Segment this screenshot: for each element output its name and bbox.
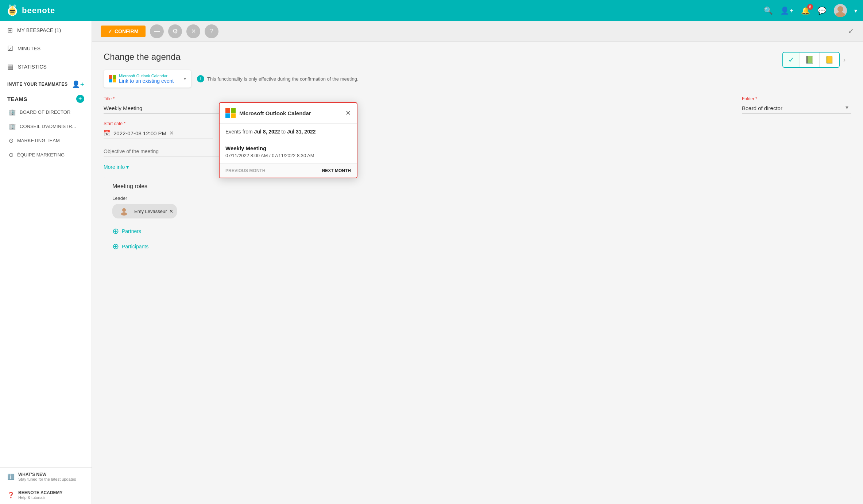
meeting-roles-section: Meeting roles Leader Emy Levasseur ✕ ⊕ P… xyxy=(104,177,851,260)
title-label: Title * xyxy=(104,96,249,101)
help-button[interactable]: ? xyxy=(205,24,218,38)
topnav: beenote 🔍 👤+ 🔔 8 💬 ▾ xyxy=(0,0,863,21)
message-icon[interactable]: 💬 xyxy=(817,6,827,15)
modal-event-item[interactable]: Weekly Meeting 07/11/2022 8:00 AM / 07/1… xyxy=(220,140,357,164)
sidebar-item-minutes[interactable]: ☑ MINUTES xyxy=(0,39,92,58)
search-icon[interactable]: 🔍 xyxy=(764,6,773,15)
ms-link-text: Link to an existing event xyxy=(119,78,174,84)
logo-text: beenote xyxy=(22,6,55,15)
bee-logo-icon xyxy=(6,4,19,17)
topnav-right: 🔍 👤+ 🔔 8 💬 ▾ xyxy=(764,4,857,17)
top-right-icons: ✓ 📗 📒 › xyxy=(782,52,845,68)
team-icon: 🏢 xyxy=(9,123,16,130)
leader-name: Emy Levasseur xyxy=(134,209,167,214)
form-row-2: Start date * 📅 2022-07-08 12:00 PM ✕ xyxy=(104,121,851,139)
ms-logo-icon xyxy=(109,75,116,82)
leader-remove-icon[interactable]: ✕ xyxy=(169,209,173,214)
beespace-icon: ⊞ xyxy=(7,26,13,34)
team-icon: ⊙ xyxy=(9,151,13,158)
modal-event-time: 07/11/2022 8:00 AM / 07/11/2022 8:30 AM xyxy=(225,153,351,158)
toolbar-check-icon[interactable]: ✓ xyxy=(848,27,854,36)
settings-button[interactable]: ⚙ xyxy=(168,24,182,38)
date-clear-icon[interactable]: ✕ xyxy=(169,130,174,136)
invite-add-icon[interactable]: 👤+ xyxy=(72,80,84,88)
ms-link-dropdown[interactable]: Microsoft Outlook Calendar Link to an ex… xyxy=(104,70,191,88)
info-circle-icon: i xyxy=(197,75,204,82)
meeting-roles-title: Meeting roles xyxy=(112,183,843,190)
confirm-button[interactable]: ✓ CONFIRM xyxy=(101,26,146,37)
ms-link-area: Microsoft Outlook Calendar Link to an ex… xyxy=(104,70,851,88)
form-row-3 xyxy=(104,146,851,157)
sidebar-team-board-of-director[interactable]: 🏢 BOARD OF DIRECTOR xyxy=(0,105,92,119)
check-agenda-icon[interactable]: ✓ xyxy=(783,53,800,67)
ms-modal-logo-icon xyxy=(225,108,236,118)
logo[interactable]: beenote xyxy=(6,4,55,17)
main-content: Change the agenda ✓ 📗 📒 › Microsoft Outl… xyxy=(92,42,863,270)
info-note-text: This functionality is only effective dur… xyxy=(207,76,359,82)
notification-icon[interactable]: 🔔 8 xyxy=(801,6,810,15)
expand-icon[interactable]: › xyxy=(843,56,845,64)
user-chevron[interactable]: ▾ xyxy=(854,7,857,14)
notification-badge: 8 xyxy=(807,4,813,10)
svg-point-7 xyxy=(837,6,843,12)
svg-point-8 xyxy=(835,12,845,17)
ms-dropdown-arrow: ▾ xyxy=(184,76,186,81)
modal-title: Microsoft Outlook Calendar xyxy=(239,110,311,116)
start-date-group: Start date * 📅 2022-07-08 12:00 PM ✕ xyxy=(104,121,213,139)
sidebar-team-marketing[interactable]: ⊙ MARKETING TEAM xyxy=(0,133,92,148)
ms-source-label: Microsoft Outlook Calendar xyxy=(119,74,174,78)
svg-rect-3 xyxy=(10,12,15,13)
modal-next-button[interactable]: NEXT MONTH xyxy=(322,168,351,173)
folder-arrow-icon: ▾ xyxy=(845,104,848,111)
sidebar-item-label: STATISTICS xyxy=(18,64,47,70)
yellow-book-icon[interactable]: 📒 xyxy=(820,53,839,67)
close-button[interactable]: ✕ xyxy=(186,24,200,38)
partners-add-icon: ⊕ xyxy=(112,226,119,236)
folder-field-group: Folder * Board of director ▾ xyxy=(742,96,851,114)
add-participants-button[interactable]: ⊕ Participants xyxy=(112,239,148,254)
modal-header: Microsoft Outlook Calendar ✕ xyxy=(220,103,357,124)
more-info-row: More info ▾ xyxy=(104,164,851,170)
modal-prev-button[interactable]: PREVIOUS MONTH xyxy=(225,168,265,173)
confirm-check-icon: ✓ xyxy=(108,28,112,34)
more-info-chevron: ▾ xyxy=(126,164,129,170)
teams-add-button[interactable]: + xyxy=(76,95,84,103)
minus-button[interactable]: — xyxy=(150,24,164,38)
sidebar-item-label: MY BEESPACE (1) xyxy=(17,27,61,33)
calendar-icon: 📅 xyxy=(104,130,111,136)
folder-select[interactable]: Board of director xyxy=(742,103,851,114)
svg-rect-2 xyxy=(10,10,15,11)
leader-user: Emy Levasseur ✕ xyxy=(112,204,843,218)
svg-point-9 xyxy=(122,208,126,212)
start-date-input[interactable]: 📅 2022-07-08 12:00 PM ✕ xyxy=(104,128,213,139)
modal-close-button[interactable]: ✕ xyxy=(345,109,351,117)
sidebar-item-my-beespace[interactable]: ⊞ MY BEESPACE (1) xyxy=(0,21,92,39)
svg-point-10 xyxy=(121,212,127,216)
participants-add-icon: ⊕ xyxy=(112,242,119,251)
modal-date-range: Events from Jul 8, 2022 to Jul 31, 2022 xyxy=(220,124,357,140)
team-icon: ⊙ xyxy=(9,137,13,144)
sidebar-team-conseil[interactable]: 🏢 CONSEIL D'ADMINISTR... xyxy=(0,119,92,133)
page-title: Change the agenda xyxy=(104,52,851,62)
sidebar-item-label: MINUTES xyxy=(18,46,40,51)
more-info-button[interactable]: More info ▾ xyxy=(104,164,129,170)
teams-section-title: Teams + xyxy=(0,90,92,105)
minutes-icon: ☑ xyxy=(7,44,13,53)
green-book-icon[interactable]: 📗 xyxy=(800,53,820,67)
leader-chip: Emy Levasseur ✕ xyxy=(112,204,177,218)
avatar[interactable] xyxy=(834,4,847,17)
sidebar: ⊞ MY BEESPACE (1) ☑ MINUTES ▦ STATISTICS… xyxy=(0,21,92,270)
add-user-icon[interactable]: 👤+ xyxy=(780,6,794,15)
add-partners-button[interactable]: ⊕ Partners xyxy=(112,224,141,239)
toolbar: ✓ CONFIRM — ⚙ ✕ ? ✓ xyxy=(92,21,863,42)
modal-header-left: Microsoft Outlook Calendar xyxy=(225,108,311,118)
toolbar-left: ✓ CONFIRM — ⚙ ✕ ? xyxy=(101,24,218,38)
sidebar-team-equipe-marketing[interactable]: ⊙ ÉQUIPE MARKETING xyxy=(0,148,92,162)
toolbar-right: ✓ xyxy=(848,27,854,36)
team-icon: 🏢 xyxy=(9,109,16,116)
sidebar-item-statistics[interactable]: ▦ STATISTICS xyxy=(0,58,92,76)
folder-label: Folder * xyxy=(742,96,851,101)
statistics-icon: ▦ xyxy=(7,63,13,71)
modal-footer: PREVIOUS MONTH NEXT MONTH xyxy=(220,164,357,178)
info-note: i This functionality is only effective d… xyxy=(197,75,359,82)
